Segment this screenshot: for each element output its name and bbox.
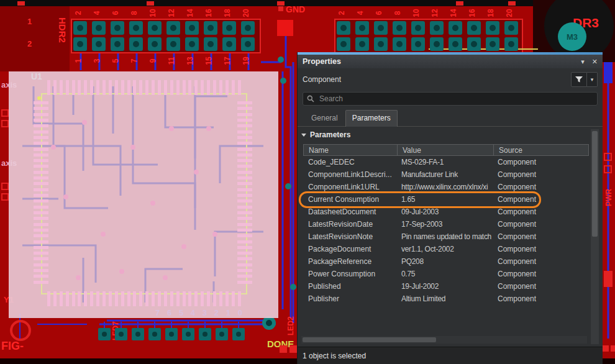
component-pad	[158, 80, 161, 95]
panel-menu-icon[interactable]: ▾	[581, 58, 585, 66]
table-row[interactable]: LatestRevisionDate17-Sep-2003Component	[303, 218, 589, 230]
through-hole-pad	[204, 37, 217, 51]
component-pad	[109, 291, 112, 306]
component-pad	[34, 142, 48, 145]
table-row[interactable]: DatasheetDocument09-Jul-2003Component	[303, 206, 589, 218]
cell-source: Component	[493, 195, 589, 204]
horizontal-scrollbar[interactable]	[301, 336, 587, 344]
component-pad	[170, 80, 173, 95]
cell-source: Component	[493, 232, 589, 241]
u1-pads-bottom	[47, 291, 241, 306]
through-hole-pad	[337, 21, 350, 35]
table-row[interactable]: ComponentLink1URLhttp://www.xilinx.com/x…	[303, 181, 589, 193]
component-pad	[66, 291, 69, 306]
table-row[interactable]: Current Consumption1.65Component	[303, 193, 589, 206]
filter-button[interactable]	[571, 72, 587, 87]
component-pad	[238, 291, 241, 306]
pin-label: 4	[356, 6, 368, 20]
component-pad	[109, 80, 112, 95]
vertical-scrollbar[interactable]	[591, 129, 599, 344]
cell-source: Component	[493, 183, 589, 191]
row2-label: 2	[27, 40, 32, 48]
pin-label: 16	[204, 6, 217, 20]
component-pad	[34, 269, 48, 272]
silk-box	[1, 193, 9, 201]
table-row[interactable]: LatestRevisionNotePin names updated to m…	[303, 230, 589, 243]
silk-mark	[611, 345, 615, 352]
cell-value: Pin names updated to match	[396, 232, 493, 241]
test-pad	[232, 328, 245, 340]
pcb-canvas[interactable]: 2468101214161820 135791113151719 2468101…	[0, 0, 615, 364]
through-hole-pad	[467, 21, 481, 35]
test-pad	[98, 328, 111, 340]
component-pad	[34, 182, 48, 185]
table-row[interactable]: PackageReferencePQ208Component	[303, 255, 589, 268]
cell-name: Published	[303, 282, 396, 291]
cell-name: DatasheetDocument	[303, 207, 396, 216]
silk-box	[1, 109, 9, 117]
component-pad	[34, 199, 48, 202]
silk-box	[1, 183, 9, 190]
hdr2-label: HDR2	[58, 17, 67, 43]
selected-component-u1[interactable]: U1	[9, 71, 278, 318]
component-pad	[226, 291, 229, 306]
cell-source: Component	[493, 170, 589, 179]
component-pad	[34, 275, 48, 278]
component-pad	[237, 101, 252, 104]
cell-value: MS-029-FA-1	[396, 158, 493, 166]
panel-titlebar[interactable]: Properties ▾ ✕	[298, 55, 603, 68]
via	[169, 126, 174, 131]
filter-dropdown[interactable]: ▾	[587, 72, 598, 87]
pin-label: 3	[93, 54, 105, 68]
cell-source: Component	[493, 270, 589, 278]
tab-general[interactable]: General	[305, 111, 344, 126]
component-pad	[34, 136, 48, 139]
through-hole-pad	[486, 37, 499, 51]
component-pad	[232, 80, 235, 95]
component-pad	[90, 291, 93, 306]
component-pad	[115, 291, 118, 306]
pin-label: 6	[111, 6, 124, 20]
component-pad	[102, 80, 106, 95]
component-pad	[53, 80, 57, 95]
pin-label: 10	[148, 6, 161, 20]
through-hole-pad	[430, 37, 444, 51]
table-row[interactable]: Power Consumption0.75Component	[303, 268, 589, 280]
cell-name: Code_JEDEC	[303, 158, 396, 166]
component-pad	[201, 291, 204, 306]
via	[150, 201, 155, 206]
section-title: Parameters	[310, 130, 350, 139]
component-pad	[34, 148, 48, 151]
table-row[interactable]: Code_JEDECMS-029-FA-1Component	[303, 156, 589, 168]
table-row[interactable]: ComponentLink1Descri...Manufacturer Link…	[303, 168, 589, 181]
via	[212, 232, 217, 237]
gnd-label: GND	[286, 5, 305, 14]
properties-panel: Properties ▾ ✕ Component ▾	[297, 52, 603, 364]
parameters-section-header[interactable]: Parameters	[301, 130, 350, 139]
vertical-scrollbar-thumb[interactable]	[592, 131, 598, 237]
test-pad	[115, 328, 127, 340]
component-pad	[237, 182, 252, 185]
panel-close-icon[interactable]: ✕	[592, 58, 598, 66]
search-input[interactable]	[318, 94, 593, 104]
component-pad	[237, 148, 252, 151]
search-box[interactable]	[303, 92, 598, 106]
silk-box	[604, 165, 612, 173]
component-pad	[145, 291, 148, 306]
table-row[interactable]: Published19-Jul-2002Component	[303, 280, 589, 293]
table-row[interactable]: PackageDocumentver1.1, Oct-2002Component	[303, 243, 589, 255]
through-hole-pad	[355, 21, 369, 35]
component-pad	[34, 281, 48, 284]
through-hole-pad	[185, 21, 199, 35]
pin-label: 13	[186, 54, 198, 68]
cell-name: ComponentLink1URL	[303, 183, 396, 191]
column-header-source: Source	[493, 145, 588, 155]
cell-source: Component	[493, 245, 589, 253]
component-pad	[34, 217, 48, 220]
table-row[interactable]: PublisherAltium LimitedComponent	[303, 293, 589, 305]
component-pad	[237, 252, 252, 255]
cell-value: Altium Limited	[396, 294, 493, 303]
horizontal-scrollbar-thumb[interactable]	[303, 337, 436, 342]
component-pad	[152, 291, 155, 306]
tab-parameters[interactable]: Parameters	[345, 110, 398, 127]
